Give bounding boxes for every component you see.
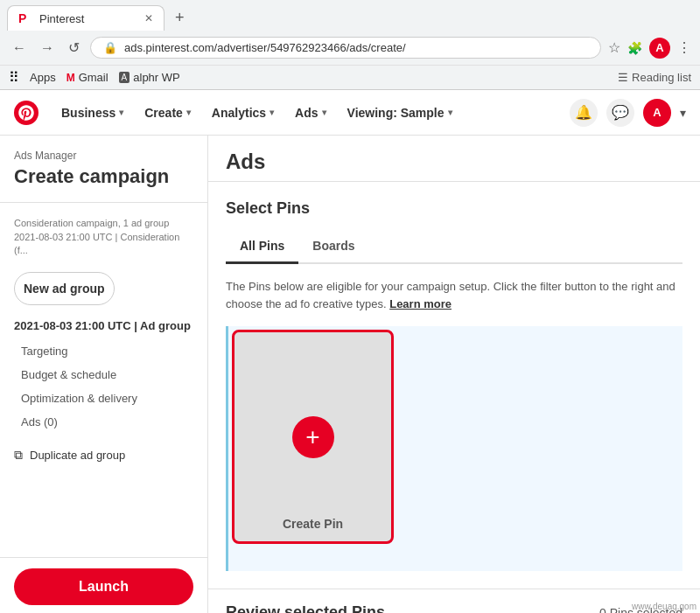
back-button[interactable]: ← bbox=[9, 37, 30, 59]
review-section: Review selected Pins 0 Pins selected bbox=[208, 589, 700, 613]
sidebar-meta: Consideration campaign, 1 ad group 2021-… bbox=[0, 210, 207, 264]
duplicate-icon: ⧉ bbox=[14, 448, 23, 463]
sidebar-scroll: New ad group 2021-08-03 21:00 UTC | Ad g… bbox=[0, 265, 207, 557]
reading-list-icon: ☰ bbox=[618, 71, 628, 84]
create-pin-card[interactable]: + Create Pin bbox=[232, 330, 394, 544]
learn-more-link[interactable]: Learn more bbox=[389, 297, 452, 310]
tab-boards[interactable]: Boards bbox=[298, 232, 368, 264]
pins-grid: + Create Pin bbox=[226, 326, 682, 571]
review-title: Review selected Pins bbox=[226, 603, 385, 613]
sidebar: Ads Manager Create campaign Consideratio… bbox=[0, 136, 208, 613]
duplicate-ad-group[interactable]: ⧉ Duplicate ad group bbox=[0, 441, 207, 477]
tab-title: Pinterest bbox=[39, 12, 137, 25]
avatar-chevron[interactable]: ▾ bbox=[680, 106, 686, 120]
nav-business[interactable]: Business ▾ bbox=[52, 101, 132, 125]
sidebar-item-targeting[interactable]: Targeting bbox=[14, 339, 193, 363]
business-chevron: ▾ bbox=[119, 108, 123, 117]
star-icon[interactable]: ☆ bbox=[608, 39, 620, 56]
launch-button[interactable]: Launch bbox=[14, 568, 193, 605]
meta-line1: Consideration campaign, 1 ad group bbox=[14, 217, 193, 230]
pinterest-nav: Business ▾ Create ▾ Analytics ▾ Ads ▾ Vi… bbox=[0, 90, 700, 136]
extension-icon[interactable]: 🧩 bbox=[627, 41, 642, 55]
nav-ads[interactable]: Ads ▾ bbox=[286, 101, 334, 125]
main-header: Ads bbox=[208, 136, 700, 182]
analytics-label: Analytics bbox=[212, 106, 266, 120]
lock-icon: 🔒 bbox=[103, 41, 117, 54]
create-label: Create bbox=[144, 106, 183, 120]
sidebar-bottom: Launch bbox=[0, 557, 207, 613]
gmail-label: Gmail bbox=[79, 71, 108, 84]
sidebar-header: Ads Manager Create campaign bbox=[0, 136, 207, 195]
svg-point-0 bbox=[14, 101, 38, 125]
analytics-chevron: ▾ bbox=[270, 108, 274, 117]
meta-line2: 2021-08-03 21:00 UTC | Consideration (f.… bbox=[14, 231, 193, 258]
info-text: The Pins below are eligible for your cam… bbox=[226, 278, 682, 312]
duplicate-label: Duplicate ad group bbox=[30, 449, 125, 462]
sidebar-item-optimization[interactable]: Optimization & delivery bbox=[14, 387, 193, 410]
browser-chrome: P Pinterest ✕ + ← → ↺ 🔒 ads.pinterest.co… bbox=[0, 0, 700, 90]
apps-icon: ⠿ bbox=[9, 69, 19, 86]
url-text: ads.pinterest.com/advertiser/54976292346… bbox=[124, 41, 588, 54]
main-content: Ads Select Pins All Pins Boards The Pins… bbox=[208, 136, 700, 613]
bookmarks-bar: ⠿ Apps M Gmail A alphr WP ☰ Reading list bbox=[0, 65, 700, 89]
nav-items: Business ▾ Create ▾ Analytics ▾ Ads ▾ Vi… bbox=[52, 101, 556, 125]
profile-icon[interactable]: A bbox=[649, 38, 670, 59]
sidebar-divider bbox=[0, 202, 207, 203]
ads-manager-label: Ads Manager bbox=[14, 150, 193, 162]
plus-icon: + bbox=[305, 425, 319, 449]
refresh-button[interactable]: ↺ bbox=[65, 36, 83, 59]
sidebar-item-ads[interactable]: Ads (0) bbox=[14, 410, 193, 434]
main-title: Ads bbox=[226, 150, 682, 174]
notification-button[interactable]: 🔔 bbox=[570, 99, 598, 127]
watermark: www.deuaq.gom bbox=[632, 602, 696, 611]
chat-icon: 💬 bbox=[612, 104, 629, 121]
tab-favicon: P bbox=[18, 11, 32, 25]
reading-list-label: Reading list bbox=[632, 71, 691, 84]
sidebar-item-budget[interactable]: Budget & schedule bbox=[14, 363, 193, 387]
alphr-label: alphr WP bbox=[133, 71, 179, 84]
new-ad-group-button[interactable]: New ad group bbox=[14, 272, 115, 305]
menu-icon[interactable]: ⋮ bbox=[677, 39, 691, 56]
forward-button[interactable]: → bbox=[37, 37, 58, 59]
ads-label: Ads bbox=[295, 106, 318, 120]
pinterest-logo[interactable] bbox=[14, 101, 38, 125]
reading-list[interactable]: ☰ Reading list bbox=[618, 71, 691, 84]
nav-right: 🔔 💬 A ▾ bbox=[570, 99, 686, 127]
select-pins-title: Select Pins bbox=[226, 199, 682, 218]
ad-group-section: 2021-08-03 21:00 UTC | Ad group Targetin… bbox=[0, 312, 207, 441]
active-tab[interactable]: P Pinterest ✕ bbox=[7, 5, 164, 31]
nav-create[interactable]: Create ▾ bbox=[136, 101, 200, 125]
bell-icon: 🔔 bbox=[575, 104, 592, 121]
plus-button[interactable]: + bbox=[292, 416, 334, 458]
apps-label: Apps bbox=[30, 71, 56, 84]
create-chevron: ▾ bbox=[186, 108, 191, 117]
nav-right-icons: ☆ 🧩 A ⋮ bbox=[608, 38, 691, 59]
messages-button[interactable]: 💬 bbox=[606, 99, 634, 127]
viewing-label: Viewing: Sample bbox=[347, 106, 444, 120]
content-body: Select Pins All Pins Boards The Pins bel… bbox=[208, 182, 700, 589]
browser-nav-bar: ← → ↺ 🔒 ads.pinterest.com/advertiser/549… bbox=[0, 31, 700, 65]
ad-group-title: 2021-08-03 21:00 UTC | Ad group bbox=[14, 319, 193, 332]
new-tab-button[interactable]: + bbox=[168, 5, 192, 31]
create-pin-label: Create Pin bbox=[283, 517, 343, 531]
app-body: Ads Manager Create campaign Consideratio… bbox=[0, 136, 700, 613]
user-avatar[interactable]: A bbox=[643, 99, 671, 127]
business-label: Business bbox=[61, 106, 116, 120]
nav-viewing[interactable]: Viewing: Sample ▾ bbox=[339, 101, 461, 125]
tab-close-icon[interactable]: ✕ bbox=[144, 12, 153, 24]
create-campaign-title: Create campaign bbox=[14, 165, 193, 188]
bookmark-apps[interactable]: Apps bbox=[30, 71, 56, 84]
tabs: All Pins Boards bbox=[226, 232, 682, 264]
nav-analytics[interactable]: Analytics ▾ bbox=[203, 101, 283, 125]
viewing-chevron: ▾ bbox=[448, 108, 452, 117]
tab-all-pins[interactable]: All Pins bbox=[226, 232, 298, 264]
pinterest-app: Business ▾ Create ▾ Analytics ▾ Ads ▾ Vi… bbox=[0, 90, 700, 613]
ads-chevron: ▾ bbox=[322, 108, 326, 117]
bookmark-alphr[interactable]: A alphr WP bbox=[119, 71, 180, 84]
tab-bar: P Pinterest ✕ + bbox=[0, 0, 700, 31]
bookmark-gmail[interactable]: M Gmail bbox=[66, 71, 108, 84]
address-bar[interactable]: 🔒 ads.pinterest.com/advertiser/549762923… bbox=[90, 37, 601, 59]
